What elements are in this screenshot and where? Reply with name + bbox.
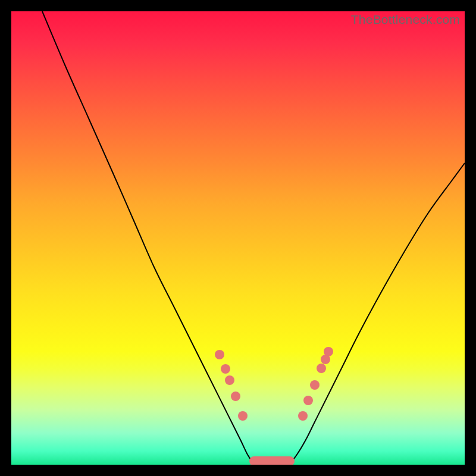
data-marker [231, 392, 240, 401]
bottleneck-chart [11, 11, 465, 465]
data-marker [317, 364, 326, 373]
chart-frame: TheBottleneck.com [11, 11, 465, 465]
data-marker [215, 350, 224, 359]
data-marker [238, 411, 248, 421]
markers-right [298, 347, 333, 421]
data-marker [303, 396, 313, 405]
data-marker [324, 347, 333, 356]
flat-bar [249, 456, 295, 465]
right-curve [291, 163, 465, 462]
left-curve [42, 11, 253, 462]
data-marker [298, 411, 308, 421]
data-marker [221, 364, 230, 374]
flat-bar-segment [249, 456, 295, 465]
data-marker [310, 380, 320, 390]
markers-left [215, 350, 248, 421]
data-marker [225, 375, 234, 385]
